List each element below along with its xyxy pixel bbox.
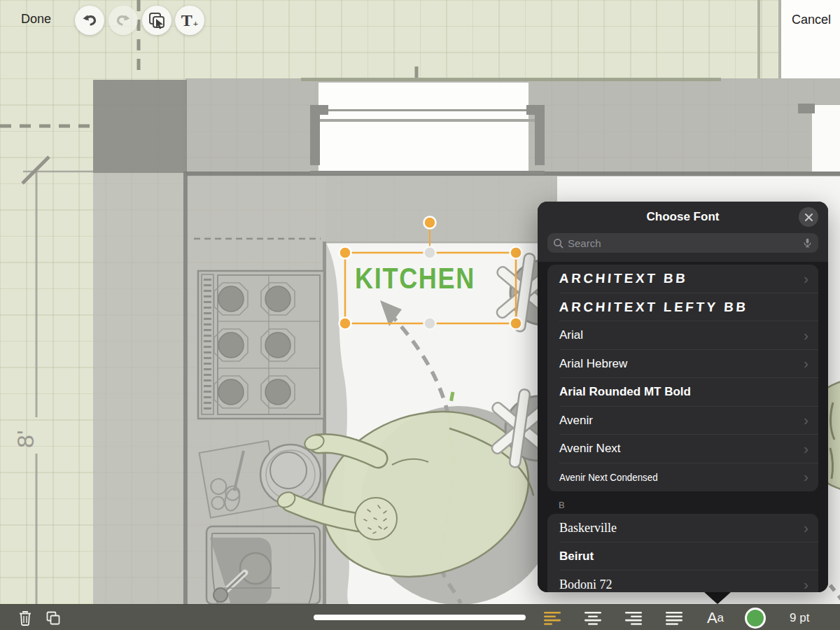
align-justify-button[interactable] [665, 605, 685, 630]
chevron-right-icon: › [804, 328, 808, 342]
font-row-avenir[interactable]: Avenir › [547, 407, 818, 435]
chevron-right-icon: › [804, 441, 808, 456]
font-panel-title: Choose Font [538, 210, 828, 224]
font-row-arial-rounded-mt-bold[interactable]: Arial Rounded MT Bold [547, 378, 818, 407]
dimension-lines: 8' [12, 157, 93, 604]
align-right-button[interactable] [624, 605, 644, 630]
font-row-avenir-next[interactable]: Avenir Next › [547, 435, 818, 463]
trash-icon [18, 610, 32, 626]
font-size-value[interactable]: 9 pt [790, 611, 825, 625]
close-button[interactable] [799, 207, 818, 227]
font-list[interactable]: ARCHITEXT BB › ARCHITEXT LEFTY BB Arial … [538, 262, 828, 592]
font-row-arial[interactable]: Arial › [547, 321, 818, 350]
resize-handle-sw[interactable] [340, 318, 351, 330]
align-left-button[interactable] [543, 605, 563, 630]
microphone-icon[interactable] [802, 237, 813, 249]
redo-icon [115, 12, 132, 29]
text-tool-icon: T [181, 12, 192, 29]
font-row-baskerville[interactable]: Baskerville › [547, 514, 818, 542]
done-button[interactable]: Done [21, 12, 51, 27]
sink [206, 526, 320, 604]
align-justify-icon [666, 611, 684, 625]
window [310, 83, 545, 174]
cancel-button[interactable]: Cancel [792, 13, 831, 27]
cancel-panel: Cancel [778, 0, 840, 78]
font-panel-tail [704, 592, 732, 604]
text-tool-plus-icon: + [193, 18, 198, 29]
search-input[interactable]: Search [547, 233, 818, 253]
app-window: 8' [0, 0, 840, 630]
chevron-right-icon: › [804, 469, 808, 484]
search-placeholder: Search [568, 237, 802, 249]
resize-handle-nw[interactable] [340, 247, 351, 259]
font-style-button[interactable]: Aa [701, 605, 729, 630]
undo-icon [81, 12, 98, 29]
resize-handle-se[interactable] [510, 318, 522, 330]
font-row-beirut[interactable]: Beirut [547, 542, 818, 571]
chevron-right-icon: › [804, 412, 808, 427]
redo-button[interactable] [108, 6, 138, 35]
font-row-architext-lefty-bb[interactable]: ARCHITEXT LEFTY BB [547, 293, 818, 322]
search-icon [553, 238, 564, 248]
font-row-arial-hebrew[interactable]: Arial Hebrew › [547, 350, 818, 379]
select-tool-icon [148, 11, 166, 29]
align-center-icon [584, 611, 603, 625]
resize-handle-s[interactable] [424, 318, 436, 330]
color-swatch-button[interactable] [745, 608, 766, 629]
toolbar-scrubber[interactable] [314, 615, 526, 620]
section-header-b: B [559, 500, 828, 511]
chevron-right-icon: › [804, 577, 808, 592]
stove [198, 271, 324, 419]
select-tool-button[interactable] [142, 6, 172, 35]
resize-handle-ne[interactable] [510, 247, 522, 259]
font-row-architext-bb[interactable]: ARCHITEXT BB › [547, 265, 818, 293]
duplicate-button[interactable] [43, 605, 63, 630]
font-row-bodoni-72[interactable]: Bodoni 72 › [547, 570, 818, 592]
rotate-handle[interactable] [424, 217, 436, 229]
align-center-button[interactable] [584, 605, 603, 630]
kitchen-text-object[interactable]: KITCHEN [355, 262, 475, 295]
delete-button[interactable] [15, 605, 35, 630]
text-tool-button[interactable]: T+ [175, 6, 204, 35]
dimension-label: 8' [12, 430, 38, 448]
font-row-avenir-next-condensed[interactable]: Avenir Next Condensed › [547, 463, 818, 492]
font-panel-header: Choose Font Search [538, 202, 828, 262]
align-right-icon [625, 611, 643, 625]
panel-edge-line [757, 0, 760, 78]
resize-handle-n[interactable] [424, 247, 436, 259]
choose-font-panel: Choose Font Search [538, 202, 828, 592]
chevron-right-icon: › [804, 271, 808, 286]
chevron-right-icon: › [804, 520, 808, 535]
font-group-b: Baskerville › Beirut Bodoni 72 › [547, 514, 818, 592]
close-icon [804, 213, 813, 222]
duplicate-icon [46, 610, 61, 626]
align-left-icon [544, 611, 562, 625]
undo-button[interactable] [75, 6, 104, 35]
bottom-toolbar: Aa 9 pt [0, 604, 840, 630]
font-group-a: ARCHITEXT BB › ARCHITEXT LEFTY BB Arial … [547, 265, 818, 491]
chevron-right-icon: › [804, 356, 808, 370]
